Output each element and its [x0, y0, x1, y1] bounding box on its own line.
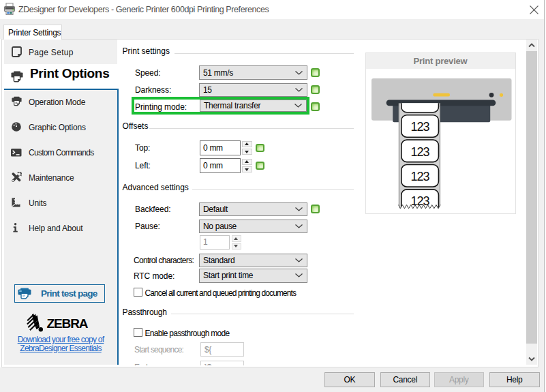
svg-text:123: 123	[410, 120, 429, 134]
svg-text:123: 123	[410, 170, 429, 183]
svg-text:123: 123	[410, 145, 429, 159]
